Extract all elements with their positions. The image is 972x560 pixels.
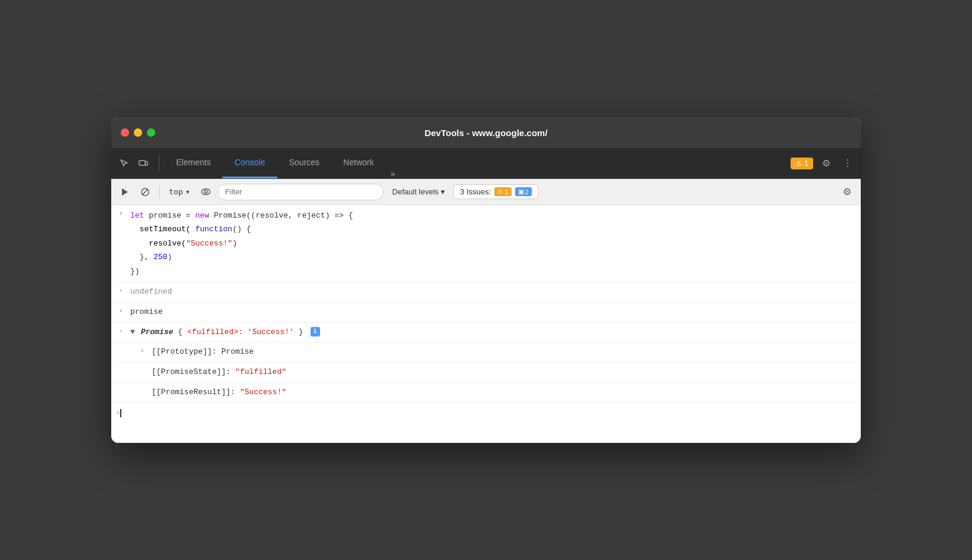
promise-back-chevron: ‹ [111,325,130,337]
issues-count-button[interactable]: 3 Issues: ⚠ 1 ▣ 2 [453,184,538,199]
inspect-element-icon[interactable] [116,155,133,172]
maximize-button[interactable] [147,128,155,137]
info-count-badge: ▣ 2 [515,187,532,196]
tab-network[interactable]: Network [331,148,385,178]
title-bar: DevTools - www.google.com/ [111,117,861,148]
tab-console[interactable]: Console [222,148,277,178]
prototype-type: Promise [221,347,254,356]
traffic-lights [121,128,155,137]
tab-elements[interactable]: Elements [164,148,222,178]
issues-badge[interactable]: ⚠ 1 [791,158,813,169]
context-selector[interactable]: top ▾ [164,185,195,199]
svg-point-6 [205,190,208,193]
console-output: › let promise = new Promise((resolve, re… [111,205,861,443]
settings-gear-icon[interactable]: ⚙ [818,155,835,172]
info-square-icon: ▣ [518,188,524,196]
input-prompt-icon: › [116,408,120,419]
issues-count: 1 [804,159,808,168]
dropdown-arrow-icon: ▾ [185,187,190,196]
promise-collapse-arrow[interactable]: ▼ [130,328,135,336]
prototype-label: [[Prototype]]: [152,347,217,356]
result-label: [[PromiseResult]]: [152,388,235,397]
prototype-row: › [[Prototype]]: Promise [111,342,861,363]
tab-sources[interactable]: Sources [277,148,331,178]
result-spacer [133,385,152,386]
state-value-text: "fulfilled" [235,367,286,376]
undefined-text: undefined [130,287,172,296]
log-levels-label: Default levels [392,187,438,196]
tabs-bar: Elements Console Sources Network » ⚠ 1 ⚙… [111,148,861,179]
state-content: [[PromiseState]]: "fulfilled" [152,365,856,380]
warn-count: 1 [504,188,508,196]
device-toolbar-icon[interactable] [135,155,152,172]
promise-state-row: [[PromiseState]]: "fulfilled" [111,363,861,383]
state-spacer [133,365,152,366]
prototype-content: [[Prototype]]: Promise [152,345,856,360]
promise-object-name: Promise [141,328,174,336]
window-title: DevTools - www.google.com/ [425,128,548,138]
warn-triangle-icon: ⚠ [497,188,503,196]
code-block: let promise = new Promise((resolve, reje… [130,209,856,278]
text-cursor [120,409,121,417]
promise-label-content: promise [130,305,856,320]
context-label: top [169,187,183,196]
promise-close-brace: } [299,328,303,336]
console-toolbar: top ▾ Default levels ▾ 3 Issues: ⚠ 1 ▣ 2 [111,179,861,205]
promise-result-row: [[PromiseResult]]: "Success!" [111,383,861,403]
log-levels-button[interactable]: Default levels ▾ [386,185,451,199]
promise-info-icon[interactable]: i [311,327,320,336]
svg-point-5 [202,189,210,195]
info-count: 2 [525,188,529,196]
result-value-text: "Success!" [240,388,286,397]
state-label: [[PromiseState]]: [152,367,231,376]
code-input-row: › let promise = new Promise((resolve, re… [111,205,861,282]
main-tabs: Elements Console Sources Network » [164,148,400,178]
promise-expand-chevron[interactable]: › [111,305,130,317]
devtools-window: DevTools - www.google.com/ Elements Cons [111,117,861,443]
log-levels-arrow-icon: ▾ [441,187,445,196]
tab-icon-group [116,155,159,172]
promise-value-text: 'Success!' [247,328,294,336]
toolbar-divider-1 [159,186,159,198]
prototype-expand-arrow[interactable]: › [133,345,152,357]
svg-rect-0 [139,161,145,165]
minimize-button[interactable] [134,128,142,137]
console-settings-gear-icon[interactable]: ⚙ [838,183,856,201]
clear-console-button[interactable] [136,183,154,201]
eye-button[interactable] [197,183,215,201]
promise-object-content: ▼ Promise { <fulfilled>: 'Success!' } i [130,325,856,340]
svg-line-4 [142,189,148,195]
tabs-right-actions: ⚠ 1 ⚙ ⋮ [791,155,856,172]
issues-count-label: 3 Issues: [460,187,491,196]
svg-marker-2 [122,188,128,196]
result-content: [[PromiseResult]]: "Success!" [152,385,856,400]
promise-object-row: ‹ ▼ Promise { <fulfilled>: 'Success!' } … [111,323,861,343]
warn-icon: ⚠ [795,159,802,168]
promise-state-text: <fulfilled>: [187,328,247,336]
warn-count-badge: ⚠ 1 [494,187,511,196]
more-options-icon[interactable]: ⋮ [839,155,856,172]
promise-label-row: › promise [111,303,861,323]
execute-context-button[interactable] [116,183,134,201]
undefined-content: undefined [130,285,856,300]
undefined-row: ‹ undefined [111,282,861,303]
close-button[interactable] [121,128,129,137]
input-cursor-row[interactable]: › [111,403,861,424]
promise-label: promise [130,307,163,316]
filter-input[interactable] [217,184,384,200]
code-content: let promise = new Promise((resolve, reje… [130,207,856,279]
back-chevron: ‹ [111,285,130,297]
svg-rect-1 [145,162,148,165]
promise-open-brace: { [178,328,183,336]
expand-chevron[interactable]: › [111,207,130,219]
more-tabs-button[interactable]: » [385,169,400,178]
